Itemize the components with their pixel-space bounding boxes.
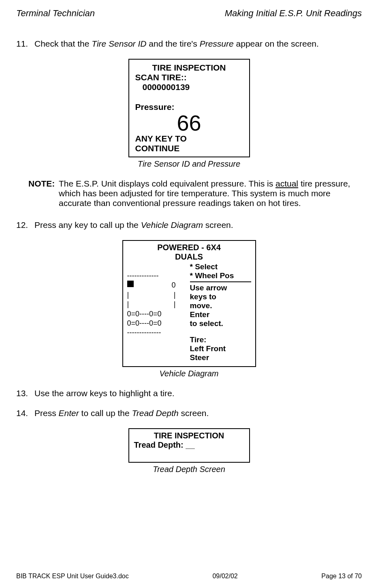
wheel-pos-label: * Wheel Pos xyxy=(190,271,251,280)
screen2-title-line1: POWERED - 6X4 xyxy=(127,243,251,252)
screen2-title-line2: DUALS xyxy=(127,252,251,262)
tire-label: Tire: xyxy=(190,335,251,344)
screen2-caption: Vehicle Diagram xyxy=(16,369,362,378)
pressure-value: 66 xyxy=(135,112,243,134)
tire-position-line1: Left Front xyxy=(190,344,251,353)
note-block: NOTE: The E.S.P. Unit displays cold equi… xyxy=(28,179,362,208)
tire-sensor-id-italic: Tire Sensor ID xyxy=(92,39,146,48)
tread-depth-italic: Tread Depth xyxy=(132,408,178,418)
step-text: Check that the Tire Sensor ID and the ti… xyxy=(34,39,362,49)
page-footer: BIB TRACK ESP Unit User Guide3.doc 09/02… xyxy=(16,573,362,580)
step-12: 12. Press any key to call up the Vehicle… xyxy=(16,220,362,230)
step-13: 13. Use the arrow keys to highlight a ti… xyxy=(16,388,362,398)
tire-position-line2: Steer xyxy=(190,353,251,362)
step-number: 11. xyxy=(16,39,34,49)
step-text: Press Enter to call up the Tread Depth s… xyxy=(34,408,362,418)
screen3-caption: Tread Depth Screen xyxy=(16,465,362,474)
page-header: Terminal Technician Making Initial E.S.P… xyxy=(16,8,362,19)
tread-depth-screen: TIRE INSPECTION Tread Depth: __ xyxy=(128,428,250,463)
tire-inspection-screen: TIRE INSPECTION SCAN TIRE:: 0000000139 P… xyxy=(128,59,250,157)
pressure-italic: Pressure xyxy=(200,39,234,48)
step-number: 14. xyxy=(16,408,34,418)
screen2-instructions: * Select * Wheel Pos Use arrow keys to m… xyxy=(188,262,251,362)
step-number: 12. xyxy=(16,220,34,230)
step-number: 13. xyxy=(16,388,34,398)
any-key-line2: CONTINUE xyxy=(135,144,243,153)
note-text: The E.S.P. Unit displays cold equivalent… xyxy=(59,179,362,208)
tire-id-value: 0000000139 xyxy=(143,82,243,92)
screen1-caption: Tire Sensor ID and Pressure xyxy=(16,159,362,169)
footer-page: Page 13 of 70 xyxy=(321,573,362,580)
select-label: * Select xyxy=(190,262,251,271)
vehicle-diagram-screen: POWERED - 6X4 DUALS ------------- 0 | | … xyxy=(122,240,256,367)
footer-date: 09/02/02 xyxy=(212,573,237,580)
step-14: 14. Press Enter to call up the Tread Dep… xyxy=(16,408,362,418)
any-key-line1: ANY KEY TO xyxy=(135,134,243,144)
vehicle-diagram-ascii: ------------- 0 | | | | 0=0----0=0 0=0--… xyxy=(127,262,188,362)
screen-title: TIRE INSPECTION xyxy=(135,63,243,73)
footer-filename: BIB TRACK ESP Unit User Guide3.doc xyxy=(16,573,129,580)
header-left: Terminal Technician xyxy=(16,8,95,19)
screen3-title: TIRE INSPECTION xyxy=(134,431,244,440)
note-label: NOTE: xyxy=(28,179,59,208)
selected-tire-icon xyxy=(127,281,134,287)
step-11: 11. Check that the Tire Sensor ID and th… xyxy=(16,39,362,49)
step-text: Use the arrow keys to highlight a tire. xyxy=(34,388,362,398)
step-text: Press any key to call up the Vehicle Dia… xyxy=(34,220,362,230)
header-right: Making Initial E.S.P. Unit Readings xyxy=(225,8,362,19)
underlined-actual: actual xyxy=(275,179,298,188)
scan-tire-label: SCAN TIRE:: xyxy=(135,73,243,82)
tread-depth-label: Tread Depth: __ xyxy=(134,440,244,450)
vehicle-diagram-italic: Vehicle Diagram xyxy=(141,220,203,230)
enter-italic: Enter xyxy=(59,408,79,418)
divider xyxy=(190,281,251,282)
